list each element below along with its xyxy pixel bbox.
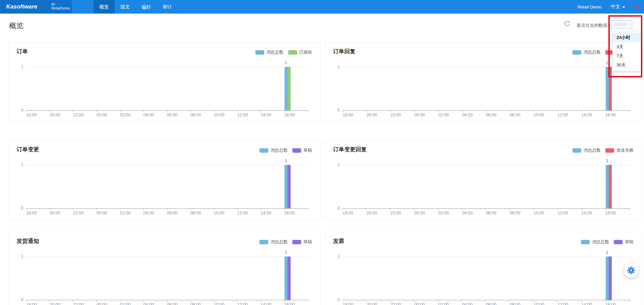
x-axis-tick <box>462 300 462 302</box>
bar-group: 1 <box>285 256 291 300</box>
x-axis-tick <box>629 300 629 302</box>
x-axis-label: 02:00 <box>120 211 131 215</box>
nav-tab[interactable]: 审计 <box>157 0 178 14</box>
x-axis-tick <box>533 300 534 302</box>
bar-value-label: 1 <box>285 158 287 163</box>
language-selector[interactable]: 中文 <box>611 4 625 10</box>
x-axis-label: 08:00 <box>510 302 520 305</box>
x-axis-tick <box>510 300 510 302</box>
nav-tab[interactable]: 概览 <box>94 0 115 14</box>
x-axis-label: 00:00 <box>414 113 425 117</box>
y-axis-tick-0: 0 <box>333 108 340 113</box>
x-axis-tick <box>26 300 26 302</box>
x-axis-label: 10:00 <box>534 113 544 117</box>
dropdown-option[interactable]: 7天 <box>612 51 641 60</box>
main-nav: 概览报文偏好审计 <box>94 0 178 14</box>
x-axis-tick <box>343 300 343 302</box>
x-axis-tick <box>343 110 343 112</box>
gridline-y1 <box>343 67 630 67</box>
legend-item[interactable]: 草稿 <box>292 239 312 245</box>
x-axis-label: 16:00 <box>605 211 616 215</box>
dropdown-option[interactable]: 3天 <box>612 42 641 51</box>
x-axis-tick <box>486 110 486 112</box>
x-axis-label: 14:00 <box>261 211 271 215</box>
x-axis-tick <box>533 110 534 112</box>
legend-item[interactable]: 发送失败 <box>605 148 633 153</box>
gridline-y1 <box>26 256 309 257</box>
legend-label: 草稿 <box>304 239 312 245</box>
legend-item[interactable]: 消息总数 <box>572 50 601 55</box>
x-axis-tick <box>50 208 50 210</box>
x-axis-tick <box>167 110 167 112</box>
legend-swatch <box>572 148 581 153</box>
x-axis-tick <box>214 110 214 112</box>
x-axis-label: 18:00 <box>26 211 37 215</box>
brand-name: Kasoftware Cloud <box>6 0 49 27</box>
nav-tab[interactable]: 报文 <box>115 0 136 14</box>
x-axis-label: 00:00 <box>97 302 107 305</box>
x-axis-tick <box>167 208 167 210</box>
nav-tab[interactable]: 偏好 <box>136 0 157 14</box>
language-label: 中文 <box>611 4 620 10</box>
legend-item[interactable]: 草稿 <box>614 239 633 245</box>
legend-item[interactable]: 消息总数 <box>255 50 284 55</box>
x-axis-tick <box>366 110 367 112</box>
x-axis-tick <box>260 300 261 302</box>
x-axis-label: 14:00 <box>261 113 271 117</box>
x-axis-tick <box>237 110 237 112</box>
time-range-value: 24小时 <box>614 22 627 27</box>
x-axis-tick <box>438 300 438 302</box>
bar-group: 1 <box>606 165 612 208</box>
x-axis-label: 18:00 <box>26 113 37 117</box>
x-axis-tick <box>366 208 367 210</box>
x-axis-label: 02:00 <box>438 211 449 215</box>
x-axis-label: 12:00 <box>237 113 248 117</box>
x-axis-label: 10:00 <box>214 211 224 215</box>
y-axis-tick-1: 1 <box>17 163 23 167</box>
bar <box>285 165 288 208</box>
user-icon[interactable] <box>634 4 640 10</box>
x-axis-tick <box>462 110 462 112</box>
x-axis-tick <box>510 110 510 112</box>
legend-item[interactable]: 消息总数 <box>259 148 288 153</box>
time-range-select[interactable]: 24小时 <box>611 20 632 28</box>
refresh-icon[interactable] <box>564 20 570 27</box>
x-axis-tick <box>143 300 144 302</box>
x-axis-label: 02:00 <box>120 302 131 305</box>
legend-item[interactable]: 消息总数 <box>572 148 601 153</box>
legend-item[interactable]: 已接收 <box>288 50 312 55</box>
legend-label: 草稿 <box>304 148 312 153</box>
legend-item[interactable]: 消息总数 <box>581 239 609 245</box>
chart-title: 订单回复 <box>333 48 355 55</box>
x-axis-tick <box>73 110 73 112</box>
y-axis-tick-0: 0 <box>17 298 23 302</box>
dropdown-option[interactable]: 24小时 <box>612 33 641 42</box>
y-axis-tick-0: 0 <box>333 206 340 211</box>
x-axis-label: 12:00 <box>237 302 248 305</box>
x-axis-label: 00:00 <box>414 211 425 215</box>
x-axis-tick <box>50 110 50 112</box>
legend-label: 消息总数 <box>271 148 288 153</box>
x-axis-label: 04:00 <box>462 211 472 215</box>
legend-label: 消息总数 <box>592 239 609 245</box>
header-right: Retail Demo 中文 <box>577 0 640 14</box>
x-axis-tick <box>120 208 120 210</box>
x-axis-tick <box>557 208 558 210</box>
x-axis-label: 08:00 <box>190 302 201 305</box>
x-axis-tick <box>73 208 73 210</box>
bar <box>285 67 288 110</box>
x-axis-tick <box>214 300 214 302</box>
legend-item[interactable]: 草稿 <box>292 148 312 153</box>
settings-fab[interactable] <box>624 263 639 278</box>
legend-item[interactable]: 消息总数 <box>259 239 288 245</box>
x-axis-tick <box>581 208 582 210</box>
y-axis-tick-1: 1 <box>333 254 340 259</box>
legend-swatch <box>292 148 301 153</box>
legend-label: 已接收 <box>299 50 312 55</box>
dropdown-option[interactable]: 30天 <box>612 60 641 70</box>
chart-legend: 消息总数已接收 <box>255 50 312 55</box>
x-axis-label: 08:00 <box>510 113 520 117</box>
x-axis-tick <box>120 110 120 112</box>
gridline-y1 <box>26 67 309 67</box>
x-axis-tick <box>557 110 558 112</box>
